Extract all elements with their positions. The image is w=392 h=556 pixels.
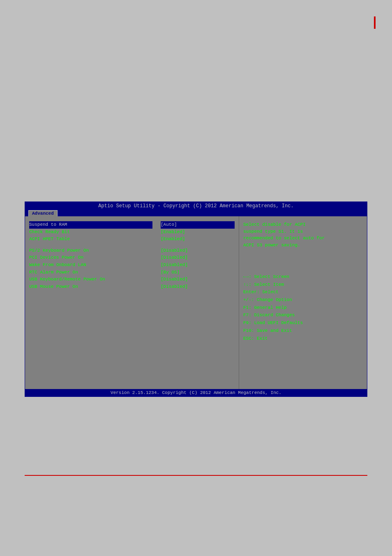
red-divider-line xyxy=(25,475,367,476)
gap-2 xyxy=(161,243,235,247)
key-esc-exit: ESC: Exit xyxy=(243,335,363,343)
bios-settings-column: Suspend to RAM Check Ready Bit ACPI HPET… xyxy=(25,216,157,389)
value-wake-from-lan: [Disabled] xyxy=(161,262,235,269)
bios-footer-text: Version 2.15.1234. Copyright (C) 2012 Am… xyxy=(111,390,281,395)
help-line-2: suspend type S1. It is xyxy=(243,228,363,235)
value-check-ready-bit: [Enabled] xyxy=(161,229,235,236)
key-f9-defaults: F9: Load UEFI Defaults xyxy=(243,319,363,327)
setting-usb-mouse-power[interactable]: USB Mouse Power On xyxy=(29,283,152,291)
help-line-1: Select disable for ACPI xyxy=(243,221,363,228)
setting-wake-from-lan[interactable]: Wake From Onboard LAN xyxy=(29,262,152,269)
value-pci-devices-power: [Disabled] xyxy=(161,254,235,262)
key-select-screen: ←→: Select Screen xyxy=(243,273,363,281)
help-line-4: ACPI S3 power saving. xyxy=(243,242,363,249)
value-ps2-keyboard-power: [Disabled] xyxy=(161,247,235,255)
bios-title-text: Aptio Setup Utility - Copyright (C) 2012… xyxy=(98,203,293,209)
key-select-item: ↑↓: Select Item xyxy=(243,281,363,289)
key-enter-select: Enter: Select xyxy=(243,288,363,296)
setting-ps2-keyboard-power[interactable]: PS/2 Keyboard Power On xyxy=(29,247,152,255)
key-f1-help: F1: General Help xyxy=(243,304,363,312)
setting-acpi-hpet-table[interactable]: ACPI HPET Table xyxy=(29,236,152,243)
bios-help-column: Select disable for ACPI suspend type S1.… xyxy=(239,216,367,389)
key-change-option: +/-: Change Option xyxy=(243,296,363,304)
value-rtc-alarm-power: [By OS] xyxy=(161,269,235,276)
value-suspend-to-ram: [Auto] xyxy=(161,221,235,229)
setting-suspend-to-ram[interactable]: Suspend to RAM xyxy=(29,221,152,229)
red-accent-bar xyxy=(374,16,376,29)
bios-title-bar: Aptio Setup Utility - Copyright (C) 2012… xyxy=(25,202,367,210)
gap-1 xyxy=(29,243,152,247)
key-help-section: ←→: Select Screen ↑↓: Select Item Enter:… xyxy=(243,273,363,342)
help-description: Select disable for ACPI suspend type S1.… xyxy=(243,221,363,248)
help-line-3: recommended to select auto for xyxy=(243,235,363,242)
value-usb-mouse-power: [Disabled] xyxy=(161,283,235,291)
setting-check-ready-bit[interactable]: Check Ready Bit xyxy=(29,229,152,236)
key-f10-save: F10: Save and Exit xyxy=(243,327,363,335)
page-background: Aptio Setup Utility - Copyright (C) 2012… xyxy=(0,0,392,556)
tab-advanced[interactable]: Advanced xyxy=(28,210,58,216)
bios-values-column: [Auto] [Enabled] [Enabled] [Disabled] [D… xyxy=(157,216,239,389)
value-usb-keyboard-power: [Disabled] xyxy=(161,276,235,283)
bios-main-content: Suspend to RAM Check Ready Bit ACPI HPET… xyxy=(25,216,367,389)
setting-usb-keyboard-power[interactable]: USB Keyboard/Remote Power On xyxy=(29,276,152,283)
bios-tabs-row: Advanced xyxy=(25,210,367,216)
value-acpi-hpet-table: [Enabled] xyxy=(161,236,235,243)
key-f7-discard: F7: Discard Changes xyxy=(243,311,363,319)
setting-pci-devices-power[interactable]: PCI Devices Power On xyxy=(29,254,152,262)
bios-footer: Version 2.15.1234. Copyright (C) 2012 Am… xyxy=(25,389,367,396)
setting-rtc-alarm-power[interactable]: RTC Alarm Power On xyxy=(29,269,152,276)
bios-window: Aptio Setup Utility - Copyright (C) 2012… xyxy=(25,202,367,397)
